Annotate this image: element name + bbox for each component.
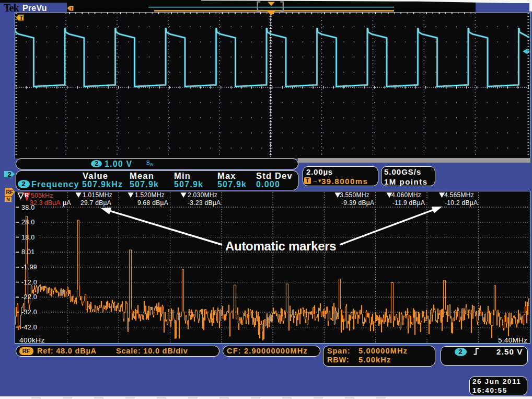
svg-text:T: T <box>70 6 73 11</box>
